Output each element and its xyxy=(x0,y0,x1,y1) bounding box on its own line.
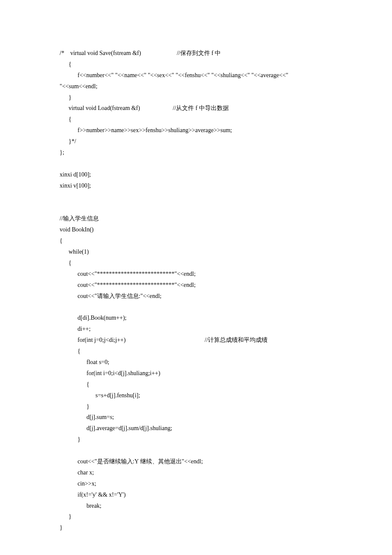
code-line: } xyxy=(60,522,332,533)
code-line: if(x!='y' && x!='Y') xyxy=(60,489,332,500)
code-line: } xyxy=(60,511,332,522)
code-line: { xyxy=(60,346,332,357)
code-line: void BookIn() xyxy=(60,224,332,235)
code-listing: /* virtual void Save(fstream &f) //保存到文件… xyxy=(60,48,332,533)
code-line: }*/ xyxy=(60,136,332,147)
code-line: } xyxy=(60,92,332,103)
document-page: /* virtual void Save(fstream &f) //保存到文件… xyxy=(0,0,392,555)
code-line: f>>number>>name>>sex>>fenshu>>shuliang>>… xyxy=(60,125,332,136)
code-line: xinxi v[100]; xyxy=(60,180,332,191)
code-line xyxy=(60,191,332,202)
code-line: break; xyxy=(60,500,332,512)
code-line xyxy=(60,202,332,213)
code-line: "<<sum<<endl; xyxy=(60,81,332,92)
code-line: virtual void Load(fstream &f) //从文件 f 中导… xyxy=(60,103,332,114)
code-line: } xyxy=(60,401,332,412)
code-line: di++; xyxy=(60,324,332,335)
code-line: for(int i=0;i<d[j].shuliang;i++) xyxy=(60,368,332,379)
code-line: d[j].sum=s; xyxy=(60,412,332,423)
code-line xyxy=(60,301,332,312)
code-line: { xyxy=(60,379,332,390)
code-line: cout<<"**************************"<<endl… xyxy=(60,280,332,291)
code-line: char x; xyxy=(60,467,332,478)
code-line xyxy=(60,445,332,456)
code-line: d[j].average=d[j].sum/d[j].shuliang; xyxy=(60,423,332,434)
code-line: cout<<"是否继续输入:Y 继续、其他退出"<<endl; xyxy=(60,456,332,467)
code-line: d[di].Book(num++); xyxy=(60,312,332,324)
code-line: /* virtual void Save(fstream &f) //保存到文件… xyxy=(60,48,332,59)
code-line: s=s+d[j].fenshu[i]; xyxy=(60,390,332,401)
code-line: { xyxy=(60,59,332,70)
code-line: { xyxy=(60,114,332,125)
code-line: }; xyxy=(60,147,332,158)
code-line: xinxi d[100]; xyxy=(60,169,332,180)
code-line: //输入学生信息 xyxy=(60,213,332,224)
code-line: cin>>x; xyxy=(60,478,332,489)
code-line: cout<<"**************************"<<endl… xyxy=(60,269,332,280)
code-line xyxy=(60,158,332,169)
code-line: while(1) xyxy=(60,246,332,257)
code-line: { xyxy=(60,235,332,246)
code-line: cout<<"请输入学生信息:"<<endl; xyxy=(60,291,332,302)
code-line: { xyxy=(60,257,332,269)
code-line: float s=0; xyxy=(60,357,332,368)
code-line: for(int j=0;j<di;j++) //计算总成绩和平均成绩 xyxy=(60,335,332,346)
code-line: } xyxy=(60,434,332,445)
code-line: f<<number<<" "<<name<<" "<<sex<<" "<<fen… xyxy=(60,70,332,81)
